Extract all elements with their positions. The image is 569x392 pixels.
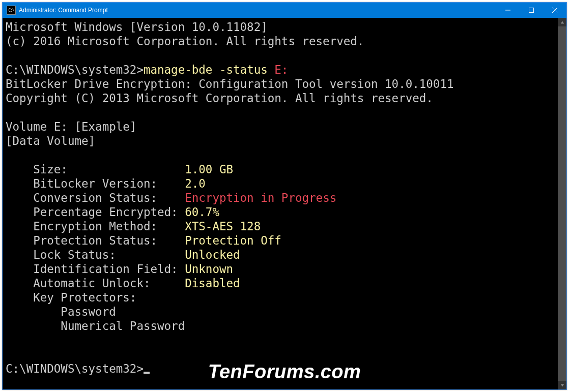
terminal-output[interactable]: Microsoft Windows [Version 10.0.11082] (… bbox=[3, 18, 558, 389]
ident-label: Identification Field: bbox=[6, 262, 185, 276]
auto-value: Disabled bbox=[185, 277, 240, 290]
size-label: Size: bbox=[6, 163, 185, 176]
prompt-path-2: C:\WINDOWS\system32> bbox=[6, 362, 144, 375]
lock-value: Unlocked bbox=[185, 248, 240, 261]
percent-label: Percentage Encrypted: bbox=[6, 205, 185, 219]
conversion-value: Encryption in Progress bbox=[185, 191, 336, 204]
window-controls bbox=[496, 3, 566, 18]
minimize-button[interactable] bbox=[496, 3, 520, 18]
cursor bbox=[144, 372, 150, 374]
window-title: Administrator: Command Prompt bbox=[19, 7, 496, 14]
conversion-label: Conversion Status: bbox=[6, 191, 185, 204]
ident-value: Unknown bbox=[185, 262, 233, 276]
os-header-line: Microsoft Windows [Version 10.0.11082] bbox=[6, 20, 268, 34]
keyprot-password: Password bbox=[6, 305, 116, 318]
protection-value: Protection Off bbox=[185, 234, 281, 247]
method-label: Encryption Method: bbox=[6, 220, 185, 233]
scroll-up-button[interactable] bbox=[558, 18, 566, 26]
keyprot-numerical: Numerical Password bbox=[6, 319, 185, 333]
vertical-scrollbar[interactable] bbox=[558, 18, 566, 389]
percent-value: 60.7% bbox=[185, 205, 219, 219]
version-label: BitLocker Version: bbox=[6, 177, 185, 190]
cmd-icon: C:\ bbox=[7, 6, 16, 15]
close-button[interactable] bbox=[543, 3, 566, 18]
volume-type-line: [Data Volume] bbox=[6, 134, 95, 147]
svg-rect-1 bbox=[529, 8, 534, 13]
svg-marker-5 bbox=[560, 384, 563, 386]
method-value: XTS-AES 128 bbox=[185, 220, 261, 233]
svg-marker-4 bbox=[560, 21, 563, 23]
prompt-path: C:\WINDOWS\system32> bbox=[6, 63, 144, 76]
copyright-line: (c) 2016 Microsoft Corporation. All righ… bbox=[6, 35, 364, 48]
titlebar[interactable]: C:\ Administrator: Command Prompt bbox=[3, 3, 566, 18]
client-area: Microsoft Windows [Version 10.0.11082] (… bbox=[3, 18, 566, 389]
auto-label: Automatic Unlock: bbox=[6, 277, 185, 290]
scroll-down-button[interactable] bbox=[558, 381, 566, 389]
scrollbar-track[interactable] bbox=[558, 26, 566, 381]
command-text: manage-bde -status bbox=[144, 63, 274, 76]
command-argument: E: bbox=[274, 63, 288, 76]
scrollbar-thumb[interactable] bbox=[558, 26, 566, 381]
tool-header-line: BitLocker Drive Encryption: Configuratio… bbox=[6, 77, 454, 91]
lock-label: Lock Status: bbox=[6, 248, 185, 261]
keyprot-label: Key Protectors: bbox=[6, 291, 136, 304]
version-value: 2.0 bbox=[185, 177, 206, 190]
maximize-button[interactable] bbox=[520, 3, 543, 18]
tool-copyright-line: Copyright (C) 2013 Microsoft Corporation… bbox=[6, 92, 433, 105]
size-value: 1.00 GB bbox=[185, 163, 233, 176]
protection-label: Protection Status: bbox=[6, 234, 185, 247]
volume-line: Volume E: [Example] bbox=[6, 120, 136, 133]
command-prompt-window: C:\ Administrator: Command Prompt Micros… bbox=[2, 2, 567, 390]
